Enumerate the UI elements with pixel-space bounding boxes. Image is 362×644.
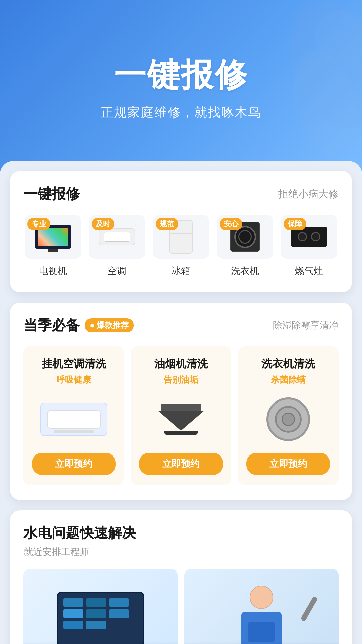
plumbing-overlay: 安全操作更省心 — [184, 642, 339, 644]
circuit-box — [57, 592, 144, 644]
hood-body-shape — [158, 411, 204, 431]
tv-badge: 专业 — [27, 218, 50, 230]
hero-section: 一键报修 正规家庭维修，就找啄木鸟 — [0, 0, 362, 174]
service-ac-clean[interactable]: 挂机空调清洗 呼吸健康 立即预约 — [23, 346, 124, 485]
hood-clean-desc: 告别油垢 — [164, 374, 198, 386]
service-grid: 挂机空调清洗 呼吸健康 立即预约 油烟机清洗 告别油垢 — [23, 346, 339, 485]
washer-drum-inner — [282, 413, 295, 426]
appliance-ac-img: 及时 — [89, 215, 145, 259]
image-grid: 电工专业操作 — [23, 569, 339, 644]
seasonal-title: 当季必备 — [23, 316, 80, 335]
shirt-detail — [248, 622, 275, 642]
repair-card-subtitle: 拒绝小病大修 — [278, 187, 339, 201]
circuit-2 — [86, 598, 106, 607]
ac-clean-desc: 呼吸健康 — [56, 374, 91, 386]
ac-unit-body — [47, 410, 101, 429]
plumbing-card[interactable]: 安全操作更省心 — [184, 569, 339, 644]
seasonal-link[interactable]: 除湿除霉享清净 — [273, 319, 339, 332]
circuit-6 — [109, 609, 129, 618]
person-body — [241, 612, 282, 644]
appliance-tv-img: 专业 — [25, 215, 81, 259]
circuit-5 — [86, 609, 106, 618]
appliance-fridge[interactable]: 规范 冰箱 — [152, 215, 210, 277]
water-elec-section: 水电问题快速解决 就近安排工程师 — [10, 510, 352, 644]
fridge-name: 冰箱 — [172, 265, 190, 277]
hood-illustration — [158, 404, 204, 435]
circuit-7 — [63, 621, 83, 629]
repair-card-title: 一键报修 — [23, 184, 80, 203]
circuit-3 — [109, 598, 129, 607]
electrician-img — [23, 569, 178, 644]
stove-burner-right — [311, 232, 320, 241]
service-hood-clean[interactable]: 油烟机清洗 告别油垢 立即预约 — [131, 346, 231, 485]
tool-wrench — [300, 596, 318, 622]
hood-top — [161, 404, 201, 411]
washer-clean-desc: 杀菌除螨 — [271, 374, 306, 386]
appliance-stove[interactable]: 保障 燃气灶 — [280, 215, 339, 277]
card-header: 一键报修 拒绝小病大修 — [23, 184, 339, 203]
ac-badge: 及时 — [92, 218, 114, 230]
washer-badge: 安心 — [220, 218, 242, 230]
fridge-bottom — [170, 234, 192, 253]
water-elec-subtitle: 就近安排工程师 — [23, 546, 339, 558]
service-washer-clean[interactable]: 洗衣机清洗 杀菌除螨 立即预约 — [238, 346, 339, 485]
washer-clean-name: 洗衣机清洗 — [261, 357, 315, 371]
plumb-scene — [241, 586, 282, 644]
seasonal-section: 当季必备 ● 爆款推荐 除湿除霉享清净 挂机空调清洗 呼吸健康 — [10, 303, 352, 500]
hood-bottom — [164, 431, 198, 435]
hero-subtitle: 正规家庭维修，就找啄木鸟 — [101, 104, 261, 121]
ac-clean-name: 挂机空调清洗 — [42, 357, 106, 371]
ac-icon — [99, 228, 135, 245]
appliance-washer[interactable]: 安心 洗衣机 — [216, 215, 275, 277]
stove-burner-left — [298, 232, 307, 241]
washer-name: 洗衣机 — [231, 265, 259, 277]
water-elec-title: 水电问题快速解决 — [23, 524, 339, 542]
electrician-overlay: 电工专业操作 — [23, 642, 178, 644]
hero-title: 一键报修 — [114, 54, 248, 97]
washer-clean-book-btn[interactable]: 立即预约 — [246, 453, 330, 475]
hood-clean-name: 油烟机清洗 — [154, 357, 208, 371]
washer-clean-illustration — [266, 397, 310, 441]
appliance-tv[interactable]: 专业 电视机 — [23, 215, 82, 277]
appliance-fridge-img: 规范 — [153, 215, 209, 259]
elec-scene — [57, 592, 144, 644]
tv-name: 电视机 — [39, 265, 67, 277]
seasonal-header: 当季必备 ● 爆款推荐 除湿除霉享清净 — [23, 316, 339, 335]
dot-icon: ● — [90, 321, 95, 330]
appliance-washer-img: 安心 — [217, 215, 273, 259]
appliance-ac[interactable]: 及时 空调 — [87, 215, 146, 277]
person-head — [250, 586, 273, 609]
hot-badge: ● 爆款推荐 — [85, 318, 134, 332]
appliance-stove-img: 保障 — [281, 215, 337, 259]
seasonal-title-wrap: 当季必备 ● 爆款推荐 — [23, 316, 134, 335]
ac-inner — [104, 232, 130, 242]
electrician-card[interactable]: 电工专业操作 — [23, 569, 178, 644]
appliance-grid: 专业 电视机 及时 空调 — [23, 215, 339, 277]
ac-clean-book-btn[interactable]: 立即预约 — [32, 453, 116, 475]
stove-badge: 保障 — [284, 218, 306, 230]
hood-clean-book-btn[interactable]: 立即预约 — [139, 453, 223, 475]
fridge-badge: 规范 — [156, 218, 178, 230]
hood-clean-img — [139, 394, 223, 444]
repair-card: 一键报修 拒绝小病大修 专业 电视机 及时 — [10, 171, 352, 292]
washer-clean-img — [246, 394, 330, 444]
washer-drum-outer — [275, 406, 302, 433]
washer-inner — [238, 230, 252, 244]
ac-vent — [54, 430, 94, 433]
tv-stand — [48, 249, 58, 252]
stove-name: 燃气灶 — [295, 265, 323, 277]
circuit-8 — [86, 621, 106, 629]
ac-name: 空调 — [108, 265, 126, 277]
circuit-4 — [63, 609, 83, 618]
hot-badge-text: 爆款推荐 — [97, 320, 129, 331]
ac-clean-illustration — [40, 402, 107, 436]
circuit-1 — [63, 598, 83, 607]
main-content: 一键报修 拒绝小病大修 专业 电视机 及时 — [0, 161, 362, 644]
plumbing-img — [184, 569, 339, 644]
ac-clean-img — [32, 394, 116, 444]
